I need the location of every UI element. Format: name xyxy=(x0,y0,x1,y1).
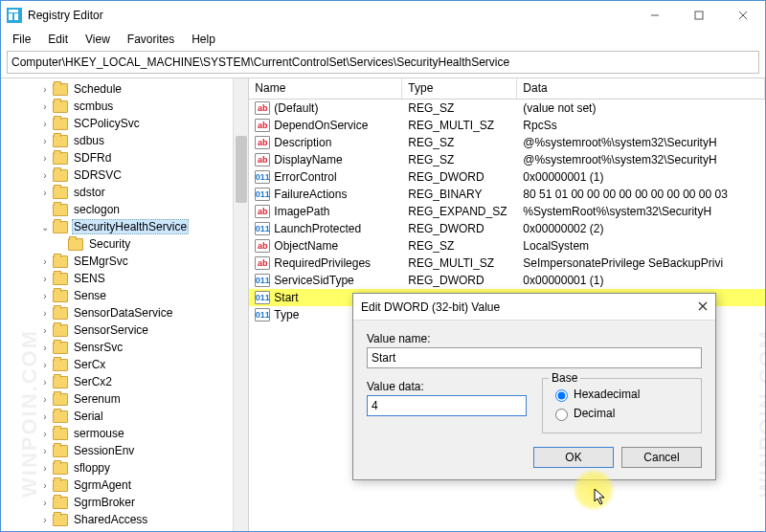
chevron-right-icon[interactable]: › xyxy=(39,291,51,301)
tree-item[interactable]: ›sermouse xyxy=(3,425,248,442)
chevron-right-icon[interactable]: › xyxy=(39,136,51,146)
chevron-right-icon[interactable]: › xyxy=(39,119,51,129)
value-name: LaunchProtected xyxy=(274,222,361,235)
tree-item[interactable]: ›Sense xyxy=(3,287,248,304)
value-row[interactable]: 011FailureActionsREG_BINARY80 51 01 00 0… xyxy=(249,186,765,203)
tree-item[interactable]: ›SDFRd xyxy=(3,149,248,166)
menu-file[interactable]: File xyxy=(5,31,38,48)
tree-item[interactable]: ›sdbus xyxy=(3,132,248,149)
tree-item[interactable]: ›Serenum xyxy=(3,390,248,408)
tree-item[interactable]: ›SCPolicySvc xyxy=(3,115,248,132)
tree-item[interactable]: ›Schedule xyxy=(3,80,248,98)
value-row[interactable]: 011ServiceSidTypeREG_DWORD0x00000001 (1) xyxy=(249,272,765,289)
tree-item[interactable]: ›SgrmBroker xyxy=(3,494,248,511)
value-name: DisplayName xyxy=(274,153,342,166)
value-row[interactable]: abImagePathREG_EXPAND_SZ%SystemRoot%\sys… xyxy=(249,203,765,220)
close-button[interactable] xyxy=(721,1,765,30)
chevron-right-icon[interactable]: › xyxy=(39,446,51,456)
chevron-right-icon[interactable]: › xyxy=(39,463,51,474)
radio-hex-input[interactable] xyxy=(555,389,568,402)
menubar: File Edit View Favorites Help xyxy=(1,30,765,49)
chevron-right-icon[interactable]: › xyxy=(39,274,51,284)
tree-item[interactable]: ›SensorDataService xyxy=(3,304,248,321)
value-type: REG_SZ xyxy=(402,101,517,115)
value-row[interactable]: ab(Default)REG_SZ(value not set) xyxy=(249,100,765,117)
tree-item[interactable]: ›SEMgrSvc xyxy=(3,253,248,270)
tree-item-label: sermouse xyxy=(72,427,126,440)
value-row[interactable]: abObjectNameREG_SZLocalSystem xyxy=(249,237,765,255)
maximize-button[interactable] xyxy=(677,1,721,30)
tree-item[interactable]: ›scmbus xyxy=(3,98,248,115)
radio-hex[interactable]: Hexadecimal xyxy=(551,387,693,402)
chevron-right-icon[interactable]: › xyxy=(39,308,51,319)
chevron-right-icon[interactable]: › xyxy=(39,515,51,525)
value-row[interactable]: 011ErrorControlREG_DWORD0x00000001 (1) xyxy=(249,168,765,186)
chevron-right-icon[interactable]: › xyxy=(39,394,51,405)
minimize-button[interactable] xyxy=(633,1,677,30)
value-name: Description xyxy=(274,136,331,149)
value-row[interactable]: abDisplayNameREG_SZ@%systemroot%\system3… xyxy=(249,151,765,168)
folder-icon xyxy=(53,100,68,113)
col-header-name[interactable]: Name xyxy=(249,78,402,99)
value-row[interactable]: abDescriptionREG_SZ@%systemroot%\system3… xyxy=(249,134,765,151)
tree-item[interactable]: ›SessionEnv xyxy=(3,442,248,459)
tree-item[interactable]: seclogon xyxy=(3,201,248,218)
ok-button[interactable]: OK xyxy=(533,447,614,468)
tree-item-label: SgrmAgent xyxy=(72,478,133,492)
tree-view[interactable]: ›Schedule›scmbus›SCPolicySvc›sdbus›SDFRd… xyxy=(1,78,249,531)
cancel-button[interactable]: Cancel xyxy=(621,447,702,468)
tree-item[interactable]: ›SENS xyxy=(3,270,248,287)
tree-item[interactable]: ›SerCx2 xyxy=(3,373,248,390)
value-row[interactable]: abRequiredPrivilegesREG_MULTI_SZSeImpers… xyxy=(249,255,765,272)
radio-dec[interactable]: Decimal xyxy=(551,406,693,421)
chevron-right-icon[interactable]: › xyxy=(39,377,51,388)
tree-item[interactable]: ›SensrSvc xyxy=(3,339,248,356)
dialog-close-button[interactable] xyxy=(698,300,708,314)
folder-icon xyxy=(53,290,68,302)
value-data: 0x00000002 (2) xyxy=(517,222,765,235)
chevron-right-icon[interactable]: › xyxy=(39,153,51,164)
folder-icon xyxy=(53,410,68,423)
chevron-down-icon[interactable]: ⌄ xyxy=(39,222,51,233)
tree-item[interactable]: ›sfloppy xyxy=(3,459,248,477)
menu-favorites[interactable]: Favorites xyxy=(120,31,182,48)
chevron-right-icon[interactable]: › xyxy=(39,84,51,95)
value-name-input[interactable] xyxy=(367,347,702,368)
radio-dec-input[interactable] xyxy=(555,409,568,421)
address-bar[interactable]: Computer\HKEY_LOCAL_MACHINE\SYSTEM\Curre… xyxy=(7,51,759,74)
tree-item[interactable]: Security xyxy=(3,235,248,253)
tree-item[interactable]: ›SerCx xyxy=(3,356,248,373)
col-header-type[interactable]: Type xyxy=(402,78,517,99)
tree-item-label: SgrmBroker xyxy=(72,496,137,509)
menu-view[interactable]: View xyxy=(78,31,118,48)
menu-help[interactable]: Help xyxy=(184,31,223,48)
tree-item[interactable]: ›SensorService xyxy=(3,321,248,339)
chevron-right-icon[interactable]: › xyxy=(39,411,51,422)
chevron-right-icon[interactable]: › xyxy=(39,498,51,508)
chevron-right-icon[interactable]: › xyxy=(39,188,51,198)
tree-item[interactable]: ›SharedAccess xyxy=(3,511,248,528)
chevron-right-icon[interactable]: › xyxy=(39,256,51,267)
tree-item[interactable]: ⌄SecurityHealthService xyxy=(3,218,248,235)
value-row[interactable]: 011LaunchProtectedREG_DWORD0x00000002 (2… xyxy=(249,220,765,237)
chevron-right-icon[interactable]: › xyxy=(39,343,51,353)
tree-item[interactable]: ›SDRSVC xyxy=(3,166,248,184)
chevron-right-icon[interactable]: › xyxy=(39,101,51,112)
tree-item[interactable]: ›SgrmAgent xyxy=(3,477,248,494)
tree-scrollbar[interactable] xyxy=(233,78,248,531)
tree-item-label: Serial xyxy=(72,410,105,423)
chevron-right-icon[interactable]: › xyxy=(39,429,51,439)
tree-item[interactable]: ›Serial xyxy=(3,408,248,425)
col-header-data[interactable]: Data xyxy=(517,78,765,99)
chevron-right-icon[interactable]: › xyxy=(39,360,51,370)
value-data-input[interactable] xyxy=(367,395,527,416)
menu-edit[interactable]: Edit xyxy=(40,31,76,48)
tree-item-label: sdstor xyxy=(72,186,107,199)
chevron-right-icon[interactable]: › xyxy=(39,170,51,181)
chevron-right-icon[interactable]: › xyxy=(39,480,51,491)
tree-scrollbar-thumb[interactable] xyxy=(236,136,247,203)
tree-item[interactable]: ›sdstor xyxy=(3,184,248,201)
value-row[interactable]: abDependOnServiceREG_MULTI_SZRpcSs xyxy=(249,117,765,134)
chevron-right-icon[interactable]: › xyxy=(39,325,51,336)
folder-icon xyxy=(53,359,68,371)
